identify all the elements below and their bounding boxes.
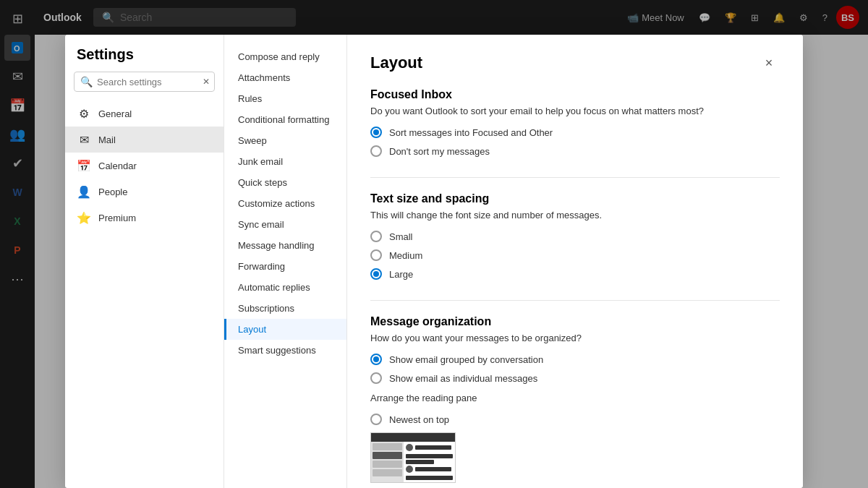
settings-search-icon: 🔍	[80, 76, 93, 87]
focused-inbox-title: Focused Inbox	[370, 88, 780, 101]
radio-label-individual: Show email as individual messages	[389, 373, 537, 384]
rp-body	[371, 442, 455, 483]
reading-pane-preview	[370, 432, 456, 483]
radio-label-newest-top: Newest on top	[389, 414, 449, 425]
settings-title: Settings	[65, 46, 224, 72]
radio-circle-medium	[370, 249, 382, 261]
focused-inbox-section: Focused Inbox Do you want Outlook to sor…	[370, 88, 780, 157]
general-icon: ⚙	[77, 106, 91, 121]
message-org-desc: How do you want your messages to be orga…	[370, 333, 780, 343]
nav-subscriptions[interactable]: Subscriptions	[224, 298, 346, 319]
premium-icon: ⭐	[77, 210, 91, 225]
radio-large[interactable]: Large	[370, 268, 780, 280]
radio-sort-focused[interactable]: Sort messages into Focused and Other	[370, 127, 780, 138]
calendar-icon: 📅	[77, 158, 91, 173]
rp-list-item-3	[373, 461, 402, 468]
sidebar-item-mail[interactable]: ✉ Mail	[65, 127, 224, 153]
settings-middle-panel: Compose and reply Attachments Rules Cond…	[224, 35, 347, 488]
mail-icon: ✉	[77, 132, 91, 147]
nav-quicksteps[interactable]: Quick steps	[224, 172, 346, 193]
nav-attachments[interactable]: Attachments	[224, 67, 346, 88]
radio-circle-grouped	[370, 354, 382, 365]
content-title: Layout	[370, 53, 422, 72]
rp-avatar-row-1	[406, 444, 453, 451]
rp-list-item-1	[373, 443, 402, 450]
rp-name-2	[415, 467, 451, 471]
rp-avatar-row-2	[406, 466, 453, 473]
radio-label-large: Large	[389, 269, 413, 280]
rp-list	[371, 442, 404, 483]
close-button[interactable]: ×	[758, 52, 780, 74]
nav-handling[interactable]: Message handling	[224, 235, 346, 256]
radio-label-grouped: Show email grouped by conversation	[389, 354, 543, 365]
reading-pane-title: Arrange the reading pane	[370, 393, 780, 403]
sidebar-item-calendar[interactable]: 📅 Calendar	[65, 153, 224, 179]
text-size-desc: This will change the font size and numbe…	[370, 210, 780, 221]
text-size-title: Text size and spacing	[370, 192, 780, 205]
nav-autoreplies[interactable]: Automatic replies	[224, 277, 346, 298]
nav-sweep[interactable]: Sweep	[224, 130, 346, 151]
sidebar-item-premium[interactable]: ⭐ Premium	[65, 205, 224, 231]
focused-inbox-desc: Do you want Outlook to sort your email t…	[370, 106, 780, 116]
radio-small[interactable]: Small	[370, 231, 780, 242]
people-icon: 👤	[77, 184, 91, 199]
radio-circle-sort-focused	[370, 127, 382, 138]
settings-modal: Settings 🔍 ✕ ⚙ General ✉ Mail 📅 Calendar…	[65, 35, 803, 488]
radio-medium[interactable]: Medium	[370, 249, 780, 261]
rp-content	[404, 442, 455, 483]
radio-label-small: Small	[389, 231, 413, 242]
radio-circle-no-sort	[370, 145, 382, 157]
content-header: Layout ×	[370, 52, 780, 74]
radio-circle-newest-top	[370, 414, 382, 425]
rp-line-3	[406, 476, 453, 480]
settings-search-box[interactable]: 🔍 ✕	[74, 72, 215, 92]
radio-newest-top[interactable]: Newest on top	[370, 414, 780, 425]
rp-avatar-2	[406, 466, 413, 473]
nav-sync[interactable]: Sync email	[224, 214, 346, 235]
message-org-title: Message organization	[370, 315, 780, 328]
nav-rules[interactable]: Rules	[224, 88, 346, 109]
text-size-section: Text size and spacing This will change t…	[370, 192, 780, 280]
divider-2	[370, 300, 780, 301]
rp-header	[371, 433, 455, 442]
radio-circle-small	[370, 231, 382, 242]
radio-no-sort[interactable]: Don't sort my messages	[370, 145, 780, 157]
settings-left-panel: Settings 🔍 ✕ ⚙ General ✉ Mail 📅 Calendar…	[65, 35, 224, 488]
settings-search-clear-icon[interactable]: ✕	[203, 77, 210, 87]
rp-line-1	[406, 454, 453, 458]
radio-label-medium: Medium	[389, 250, 422, 261]
divider-1	[370, 177, 780, 178]
rp-name-1	[415, 445, 451, 450]
nav-forwarding[interactable]: Forwarding	[224, 256, 346, 277]
settings-content-panel: Layout × Focused Inbox Do you want Outlo…	[347, 35, 803, 488]
rp-line-2	[406, 460, 434, 464]
nav-customize[interactable]: Customize actions	[224, 193, 346, 214]
settings-search-input[interactable]	[97, 77, 198, 87]
nav-junk[interactable]: Junk email	[224, 151, 346, 172]
radio-label-no-sort: Don't sort my messages	[389, 146, 490, 157]
nav-conditional[interactable]: Conditional formatting	[224, 109, 346, 130]
sidebar-item-people[interactable]: 👤 People	[65, 179, 224, 205]
nav-compose[interactable]: Compose and reply	[224, 46, 346, 67]
rp-avatar-1	[406, 444, 413, 451]
radio-label-sort-focused: Sort messages into Focused and Other	[389, 127, 553, 138]
radio-circle-individual	[370, 372, 382, 384]
message-org-section: Message organization How do you want you…	[370, 315, 780, 483]
radio-circle-large	[370, 268, 382, 280]
nav-layout[interactable]: Layout	[224, 319, 346, 340]
sidebar-item-general[interactable]: ⚙ General	[65, 100, 224, 127]
radio-individual[interactable]: Show email as individual messages	[370, 372, 780, 384]
rp-list-item-2	[373, 452, 402, 459]
radio-grouped[interactable]: Show email grouped by conversation	[370, 354, 780, 365]
rp-list-item-4	[373, 469, 402, 476]
nav-smart[interactable]: Smart suggestions	[224, 340, 346, 361]
